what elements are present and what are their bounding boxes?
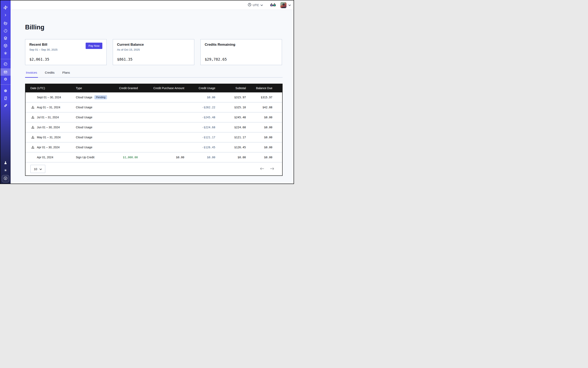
cell-subtotal: $315.97 [215,92,246,102]
sidebar-item-iris[interactable] [0,20,11,27]
sidebar-item-layers[interactable] [0,35,11,42]
credits-remaining-amount: $29,782.65 [205,57,227,61]
invoice-date: Aug 01 – 31, 2024 [37,106,60,109]
sidebar-item-theme[interactable]: ☀ [0,167,11,174]
next-page-button[interactable] [270,167,274,171]
table-row: Jun 01 – 30, 2024Cloud Usage-$224.68$224… [26,122,282,132]
page-size-select[interactable]: 10 [30,165,45,173]
invoice-date: Jun 01 – 30, 2024 [37,126,60,129]
cell-purchase: $0.00 [138,152,184,162]
cell-purchase [138,132,184,142]
download-placeholder [31,156,35,159]
iris-icon [3,21,8,25]
chevron-down-icon [289,3,291,7]
cell-subtotal: $0.00 [215,152,246,162]
sidebar-item-launch[interactable] [0,102,11,109]
invoice-type: Cloud Usage [76,126,92,129]
download-invoice-button[interactable] [31,116,35,119]
tab-invoices[interactable]: Invoices [25,71,38,78]
cell-balance: $0.00 [246,152,282,162]
invoice-table-body: Sept 01 – 30, 2024Cloud UsagePending$0.0… [26,92,282,162]
cell-balance: $0.00 [246,112,282,122]
billing-tabs: Invoices Credits Plans [25,71,283,77]
table-row: Sept 01 – 30, 2024Cloud UsagePending$0.0… [26,92,282,102]
flask-icon [3,161,8,165]
invoice-date: May 01 – 31, 2024 [37,136,61,139]
cell-subtotal: $245.48 [215,112,246,122]
cell-balance: $42.88 [246,102,282,112]
download-invoice-button[interactable] [31,136,35,139]
download-placeholder [31,96,35,99]
pay-now-button[interactable]: Pay Now [86,43,102,49]
sidebar-item-usage[interactable] [0,61,11,67]
sidebar-expand-button[interactable] [0,12,11,18]
cell-granted [113,112,138,122]
timer-icon [3,29,8,33]
billing-page: ⚙ ☸ [0,0,294,184]
main-content: Billing Recent Bill Sep 01 – Sep 30, 202… [11,10,294,184]
topbar: UTC [11,0,294,10]
cell-usage: -$282.22 [184,102,215,112]
column-header: Date (UTC) [26,84,76,92]
tab-plans[interactable]: Plans [62,71,71,77]
arrow-right-icon [270,167,274,171]
sidebar-item-settings[interactable]: ⚙ [0,76,11,83]
current-balance-amount: $861.35 [117,57,133,61]
invoice-table: Date (UTC)TypeCredit GrantedCredit Purch… [26,84,282,162]
cell-usage: $0.00 [184,152,215,162]
cell-subtotal: $224.68 [215,122,246,132]
status-badge: Pending [94,95,107,99]
sidebar-item-helm[interactable]: ☸ [0,87,11,94]
book-sparkle-icon [3,96,8,100]
invoice-type: Cloud Usage [76,116,92,119]
download-invoice-button[interactable] [31,106,35,109]
cell-purchase [138,122,184,132]
invoice-type: Cloud Usage [76,96,92,99]
user-avatar[interactable] [280,2,286,8]
page-size-value: 10 [34,167,37,171]
sidebar: ⚙ ☸ [0,0,11,184]
tab-credits[interactable]: Credits [44,71,55,77]
sidebar-item-cube[interactable] [0,42,11,49]
column-header: Credit Granted [113,84,138,92]
user-menu-button[interactable] [289,3,291,7]
summary-cards: Recent Bill Sep 01 – Sep 30, 2025 $2,061… [25,39,283,65]
previous-page-button[interactable] [260,167,264,171]
app-logo[interactable] [0,4,11,11]
download-icon [31,136,35,139]
cell-subtotal: $126.45 [215,142,246,152]
chevron-down-icon [261,3,263,7]
pagination-bar: 10 [26,162,282,175]
cell-granted [113,142,138,152]
sidebar-divider [0,84,11,85]
helm-icon: ☸ [4,89,7,93]
timezone-selector[interactable]: UTC [248,3,263,7]
arrow-left-icon [260,167,264,171]
cell-balance: $0.00 [246,142,282,152]
cell-granted [113,92,138,102]
credits-button[interactable]: $ [2,175,9,182]
sidebar-item-docs[interactable] [0,95,11,101]
cube-icon [3,44,8,48]
download-invoice-button[interactable] [31,146,35,149]
page-title: Billing [25,24,294,30]
invoice-type: Sign Up Credit [76,156,94,159]
invoice-date: Apr 01 – 30, 2024 [37,146,60,149]
invoice-date: Apr 01, 2024 [37,156,53,159]
cell-granted [113,102,138,112]
sidebar-item-timer[interactable] [0,27,11,34]
sidebar-item-billing[interactable] [0,68,11,76]
sidebar-divider [0,59,11,59]
download-invoice-button[interactable] [31,126,35,129]
table-row: Apr 01, 2024Sign Up Credit$1,000.00$0.00… [26,152,282,162]
invoice-type: Cloud Usage [76,146,92,149]
invoice-type: Cloud Usage [76,136,92,139]
demo-mode-button[interactable] [270,3,276,7]
sidebar-item-asterisk[interactable] [0,50,11,57]
cell-usage: -$126.45 [184,142,215,152]
dollar-badge-icon: $ [3,176,8,181]
invoice-date: Sept 01 – 30, 2024 [37,96,61,99]
sidebar-item-labs[interactable] [0,159,11,166]
download-icon [31,106,35,109]
cell-subtotal: $325.10 [215,102,246,112]
